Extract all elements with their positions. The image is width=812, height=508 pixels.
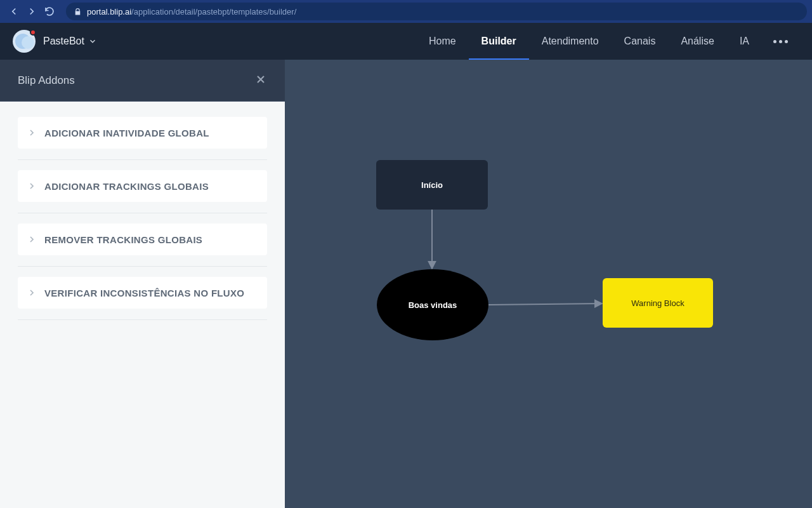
svg-line-1 <box>488 304 601 305</box>
dots-icon <box>785 40 788 43</box>
chevron-down-icon <box>88 37 97 46</box>
bot-avatar-wrapper[interactable] <box>13 30 36 53</box>
chevron-right-icon <box>27 181 37 191</box>
node-label: Boas vindas <box>409 300 457 310</box>
node-label: Início <box>421 180 443 190</box>
more-menu-button[interactable] <box>762 40 799 43</box>
close-icon <box>254 73 267 86</box>
nav-canais[interactable]: Canais <box>612 23 669 60</box>
nav-builder[interactable]: Builder <box>469 23 529 60</box>
lock-icon <box>74 8 82 16</box>
notification-dot-icon <box>30 29 36 36</box>
address-bar[interactable]: portal.blip.ai /application/detail/paste… <box>66 3 807 20</box>
reload-button[interactable] <box>41 3 58 20</box>
addon-item-verify-inconsistencies[interactable]: VERIFICAR INCONSISTÊNCIAS NO FLUXO <box>18 277 267 309</box>
back-button[interactable] <box>5 3 23 20</box>
close-sidebar-button[interactable] <box>254 73 267 88</box>
dots-icon <box>779 40 782 43</box>
browser-toolbar: portal.blip.ai /application/detail/paste… <box>0 0 812 23</box>
sidebar-title: Blip Addons <box>18 74 75 87</box>
sidebar-header: Blip Addons <box>0 60 285 102</box>
bot-switcher[interactable]: PasteBot <box>43 36 97 47</box>
addon-item-remove-trackings[interactable]: REMOVER TRACKINGS GLOBAIS <box>18 224 267 255</box>
addon-item-label: ADICIONAR TRACKINGS GLOBAIS <box>44 181 209 192</box>
addon-item-label: ADICIONAR INATIVIDADE GLOBAL <box>44 128 209 138</box>
flow-node-inicio[interactable]: Início <box>376 160 488 210</box>
flow-node-boas-vindas[interactable]: Boas vindas <box>377 269 488 340</box>
node-label: Warning Block <box>631 298 684 308</box>
addon-list: ADICIONAR INATIVIDADE GLOBAL ADICIONAR T… <box>0 102 285 345</box>
addons-sidebar: Blip Addons ADICIONAR INATIVIDADE GLOBAL… <box>0 60 285 508</box>
forward-button[interactable] <box>23 3 41 20</box>
workspace: Blip Addons ADICIONAR INATIVIDADE GLOBAL… <box>0 60 812 508</box>
addon-item-label: VERIFICAR INCONSISTÊNCIAS NO FLUXO <box>44 288 244 298</box>
nav-home[interactable]: Home <box>416 23 469 60</box>
flow-edges <box>285 60 812 508</box>
dots-icon <box>773 40 776 43</box>
app-header: PasteBot Home Builder Atendimento Canais… <box>0 23 812 60</box>
chevron-right-icon <box>27 234 37 244</box>
url-host: portal.blip.ai <box>87 7 131 17</box>
nav-analise[interactable]: Análise <box>668 23 726 60</box>
flow-canvas[interactable]: Início Boas vindas Warning Block <box>285 60 812 508</box>
primary-nav: Home Builder Atendimento Canais Análise … <box>416 23 799 60</box>
bot-name-label: PasteBot <box>43 36 84 47</box>
addon-item-inatividade[interactable]: ADICIONAR INATIVIDADE GLOBAL <box>18 117 267 149</box>
url-path: /application/detail/pastebpt/templates/b… <box>131 7 296 17</box>
flow-node-warning[interactable]: Warning Block <box>603 278 713 328</box>
nav-ia[interactable]: IA <box>727 23 762 60</box>
addon-item-label: REMOVER TRACKINGS GLOBAIS <box>44 234 202 245</box>
chevron-right-icon <box>27 288 37 298</box>
chevron-right-icon <box>27 128 37 138</box>
addon-item-add-trackings[interactable]: ADICIONAR TRACKINGS GLOBAIS <box>18 170 267 202</box>
nav-atendimento[interactable]: Atendimento <box>529 23 612 60</box>
